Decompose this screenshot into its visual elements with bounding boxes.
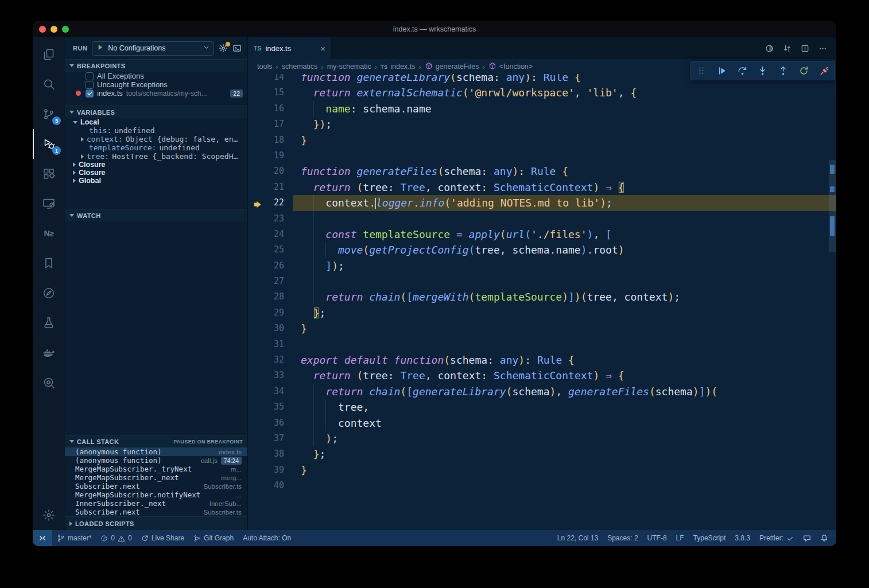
drag-handle-button[interactable] bbox=[693, 63, 709, 79]
status-eol[interactable]: LF bbox=[672, 530, 689, 546]
status-git-branch[interactable]: master* bbox=[52, 530, 96, 546]
code-line[interactable]: 37); bbox=[248, 431, 836, 446]
status-auto-attach[interactable]: Auto Attach: On bbox=[238, 530, 296, 546]
restart-button[interactable] bbox=[796, 63, 812, 79]
watch-section-header[interactable]: WATCH bbox=[65, 209, 247, 221]
code-line[interactable]: 23 bbox=[248, 211, 836, 227]
gutter[interactable]: 39 bbox=[248, 462, 293, 478]
status-feedback[interactable] bbox=[798, 530, 816, 546]
activity-browser-preview[interactable] bbox=[33, 278, 65, 308]
gutter[interactable]: 21 bbox=[248, 180, 293, 195]
more-actions-icon[interactable] bbox=[818, 44, 827, 53]
loaded-scripts-section-header[interactable]: LOADED SCRIPTS bbox=[65, 516, 247, 530]
open-changes-icon[interactable] bbox=[765, 44, 774, 53]
code-viewport[interactable]: 14function generateLibrary(schema: any):… bbox=[248, 74, 836, 530]
breakpoint-row[interactable]: Uncaught Exceptions bbox=[65, 80, 247, 89]
gutter[interactable]: 28 bbox=[248, 289, 293, 305]
gutter[interactable]: 36 bbox=[248, 415, 293, 431]
breadcrumb-item[interactable]: tools bbox=[257, 63, 272, 71]
step-into-button[interactable] bbox=[755, 63, 771, 79]
gutter[interactable]: 22 bbox=[248, 195, 293, 211]
gutter[interactable]: 27 bbox=[248, 274, 293, 289]
gutter[interactable]: 25 bbox=[248, 242, 293, 258]
breadcrumb-item[interactable]: generateFiles bbox=[425, 62, 479, 72]
start-debug-icon[interactable] bbox=[96, 43, 104, 53]
breakpoint-row[interactable]: index.tstools/schematics/my-sch...22 bbox=[65, 89, 247, 98]
code-line[interactable]: 28return chain([mergeWith(templateSource… bbox=[248, 289, 836, 305]
code-line[interactable]: 25move(getProjectConfig(tree, schema.nam… bbox=[248, 242, 836, 258]
code-line[interactable]: 24const templateSource = apply(url('./fi… bbox=[248, 227, 836, 242]
variable-row[interactable]: tree:HostTree {_backend: ScopedH… bbox=[65, 152, 247, 161]
activity-source-control[interactable]: 3 bbox=[33, 99, 65, 129]
activity-remote-explorer[interactable] bbox=[33, 189, 65, 219]
code-line[interactable]: 17}); bbox=[248, 116, 836, 132]
scrollbar[interactable] bbox=[829, 160, 836, 252]
title-bar[interactable]: index.ts — wrkschematics bbox=[33, 21, 836, 37]
status-live-share[interactable]: Live Share bbox=[137, 530, 189, 546]
close-tab-icon[interactable]: × bbox=[320, 44, 325, 53]
compare-changes-icon[interactable] bbox=[783, 44, 792, 53]
call-stack-frame[interactable]: InnerSubscriber._nextInnerSub... bbox=[65, 499, 247, 508]
gutter[interactable]: 23 bbox=[248, 211, 293, 227]
activity-docker[interactable] bbox=[33, 338, 65, 368]
gutter[interactable]: 40 bbox=[248, 478, 293, 493]
code-line[interactable]: 40 bbox=[248, 478, 836, 493]
call-stack-frame[interactable]: (anonymous function)index.ts bbox=[65, 447, 247, 456]
gutter[interactable]: 34 bbox=[248, 384, 293, 399]
code-line[interactable]: 27 bbox=[248, 274, 836, 289]
gutter[interactable]: 14 bbox=[248, 74, 293, 85]
status-ts-version[interactable]: 3.8.3 bbox=[730, 530, 755, 546]
step-out-button[interactable] bbox=[775, 63, 792, 79]
gutter[interactable]: 37 bbox=[248, 431, 293, 446]
variable-scope-row[interactable]: Closure bbox=[65, 161, 247, 169]
activity-manage[interactable] bbox=[33, 500, 65, 530]
breadcrumb-item[interactable]: my-schematic bbox=[327, 63, 371, 71]
call-stack-frame[interactable]: Subscriber.nextSubscriber.ts bbox=[65, 482, 247, 490]
open-debug-console-button[interactable] bbox=[232, 44, 242, 53]
variable-scope-row[interactable]: Local bbox=[65, 118, 247, 126]
debug-settings-button[interactable] bbox=[219, 44, 228, 53]
gutter[interactable]: 24 bbox=[248, 227, 293, 242]
status-encoding[interactable]: UTF-8 bbox=[643, 530, 672, 546]
code-line[interactable]: 34return chain([generateLibrary(schema),… bbox=[248, 384, 836, 399]
activity-gitlens[interactable] bbox=[33, 368, 65, 398]
variable-scope-row[interactable]: Closure bbox=[65, 169, 247, 177]
continue-button[interactable] bbox=[714, 63, 730, 79]
gutter[interactable]: 20 bbox=[248, 163, 293, 179]
debug-config-dropdown[interactable]: No Configurations bbox=[92, 41, 214, 56]
tab-index-ts[interactable]: TS index.ts × bbox=[248, 37, 332, 59]
status-indentation[interactable]: Spaces: 2 bbox=[603, 530, 642, 546]
variable-row[interactable]: templateSource:undefined bbox=[65, 143, 247, 152]
code-line[interactable]: 15return externalSchematic('@nrwl/worksp… bbox=[248, 85, 836, 100]
code-line[interactable]: 39} bbox=[248, 462, 836, 478]
activity-test-explorer[interactable] bbox=[33, 308, 65, 338]
code-line[interactable]: 36context bbox=[248, 415, 836, 431]
code-line[interactable]: 31 bbox=[248, 337, 836, 352]
activity-search[interactable] bbox=[33, 69, 65, 99]
code-line[interactable]: 20function generateFiles(schema: any): R… bbox=[248, 163, 836, 179]
code-line[interactable]: 18} bbox=[248, 133, 836, 148]
variable-scope-row[interactable]: Global bbox=[65, 177, 247, 185]
activity-nx-console[interactable]: N≥ bbox=[33, 219, 65, 248]
activity-extensions[interactable] bbox=[33, 159, 65, 189]
gutter[interactable]: 16 bbox=[248, 101, 293, 116]
call-stack-frame[interactable]: (anonymous function)call.js74:24 bbox=[65, 456, 247, 465]
code-line[interactable]: 33return (tree: Tree, context: Schematic… bbox=[248, 368, 836, 383]
split-editor-icon[interactable] bbox=[801, 44, 809, 53]
activity-run-and-debug[interactable]: 1 bbox=[33, 129, 65, 159]
call-stack-section-header[interactable]: CALL STACK PAUSED ON BREAKPOINT bbox=[65, 435, 247, 447]
status-prettier[interactable]: Prettier: bbox=[755, 530, 798, 546]
status-remote-indicator[interactable] bbox=[33, 530, 52, 546]
call-stack-frame[interactable]: MergeMapSubscriber.notifyNext... bbox=[65, 490, 247, 499]
status-notifications[interactable] bbox=[816, 530, 833, 546]
gutter[interactable]: 35 bbox=[248, 399, 293, 415]
call-stack-frame[interactable]: MergeMapSubscriber._nextmerg... bbox=[65, 473, 247, 482]
code-line[interactable]: 38}; bbox=[248, 446, 836, 462]
status-problems[interactable]: 00 bbox=[96, 530, 136, 546]
code-line[interactable]: 35tree, bbox=[248, 399, 836, 415]
gutter[interactable]: 18 bbox=[248, 133, 293, 148]
code-line[interactable]: 29}; bbox=[248, 305, 836, 321]
breakpoint-checkbox[interactable] bbox=[86, 81, 94, 89]
gutter[interactable]: 31 bbox=[248, 337, 293, 352]
variable-row[interactable]: this:undefined bbox=[65, 126, 247, 135]
